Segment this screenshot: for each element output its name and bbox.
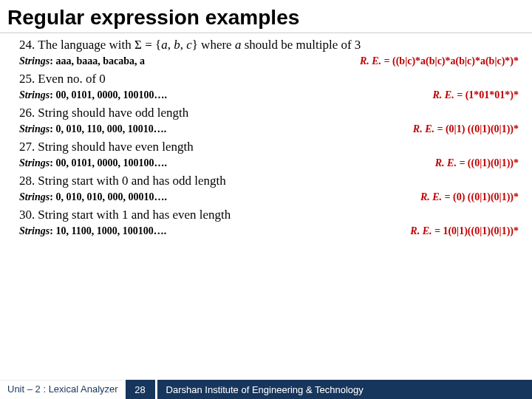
- strings-value: : aaa, baaa, bacaba, a: [50, 55, 145, 66]
- problem-statement: 26.String should have odd length: [19, 106, 519, 120]
- strings-cell: Strings: 00, 0101, 0000, 100100….: [19, 156, 167, 169]
- problem-statement: 28.String start with 0 and has odd lengt…: [19, 174, 519, 188]
- re-cell: R. E. = (1*01*01*)*: [433, 88, 519, 101]
- re-value: ((0|1)(0|1))*: [468, 157, 519, 168]
- re-cell: R. E. = 1(0|1)((0|1)(0|1))*: [410, 224, 519, 237]
- footer-org: Darshan Institute of Engineering & Techn…: [157, 380, 532, 399]
- footer-bar: Unit – 2 : Lexical Analyzer 28 Darshan I…: [0, 380, 532, 399]
- re-value: (0) ((0|1)(0|1))*: [453, 191, 519, 202]
- re-label: R. E. =: [435, 157, 468, 168]
- re-label: R. E. =: [410, 225, 443, 236]
- strings-label: Strings: [19, 55, 50, 66]
- re-cell: R. E. = (0) ((0|1)(0|1))*: [420, 190, 519, 203]
- example-row: Strings: 10, 1100, 1000, 100100….R. E. =…: [19, 224, 519, 237]
- strings-label: Strings: [19, 89, 50, 100]
- problem-statement: 24.The language with Σ = {a, b, c} where…: [19, 38, 519, 52]
- strings-cell: Strings: 00, 0101, 0000, 100100….: [19, 88, 167, 101]
- example-row: Strings: aaa, baaa, bacaba, aR. E. = ((b…: [19, 54, 519, 67]
- strings-label: Strings: [19, 225, 50, 236]
- problem-statement: 27.String should have even length: [19, 140, 519, 154]
- content-area: 24.The language with Σ = {a, b, c} where…: [0, 38, 532, 237]
- strings-value: : 00, 0101, 0000, 100100….: [50, 157, 167, 168]
- example-row: Strings: 0, 010, 110, 000, 10010….R. E. …: [19, 122, 519, 135]
- re-cell: R. E. = (0|1) ((0|1)(0|1))*: [413, 122, 519, 135]
- example-row: Strings: 0, 010, 010, 000, 00010….R. E. …: [19, 190, 519, 203]
- strings-cell: Strings: 0, 010, 110, 000, 10010….: [19, 122, 166, 135]
- strings-value: : 0, 010, 110, 000, 10010….: [50, 123, 166, 134]
- strings-cell: Strings: 0, 010, 010, 000, 00010….: [19, 190, 167, 203]
- footer-pagenum: 28: [126, 380, 155, 399]
- re-label: R. E. =: [413, 123, 446, 134]
- slide-title: Regular expression examples: [0, 0, 532, 33]
- example-row: Strings: 00, 0101, 0000, 100100….R. E. =…: [19, 156, 519, 169]
- problem-statement: 25.Even no. of 0: [19, 72, 519, 86]
- re-label: R. E. =: [420, 191, 453, 202]
- footer-unit: Unit – 2 : Lexical Analyzer: [0, 380, 126, 399]
- strings-label: Strings: [19, 191, 50, 202]
- re-value: (1*01*01*)*: [466, 89, 519, 100]
- re-cell: R. E. = ((0|1)(0|1))*: [435, 156, 519, 169]
- re-label: R. E. =: [433, 89, 466, 100]
- strings-cell: Strings: aaa, baaa, bacaba, a: [19, 54, 145, 67]
- strings-value: : 0, 010, 010, 000, 00010….: [50, 191, 167, 202]
- strings-value: : 00, 0101, 0000, 100100….: [50, 89, 167, 100]
- re-value: ((b|c)*a(b|c)*a(b|c)*a(b|c)*)*: [392, 55, 519, 66]
- strings-value: : 10, 1100, 1000, 100100….: [50, 225, 166, 236]
- re-value: (0|1) ((0|1)(0|1))*: [446, 123, 519, 134]
- strings-label: Strings: [19, 157, 50, 168]
- example-row: Strings: 00, 0101, 0000, 100100….R. E. =…: [19, 88, 519, 101]
- re-cell: R. E. = ((b|c)*a(b|c)*a(b|c)*a(b|c)*)*: [360, 54, 519, 67]
- re-value: 1(0|1)((0|1)(0|1))*: [443, 225, 519, 236]
- problem-statement: 30.String start with 1 and has even leng…: [19, 208, 519, 222]
- strings-cell: Strings: 10, 1100, 1000, 100100….: [19, 224, 166, 237]
- strings-label: Strings: [19, 123, 50, 134]
- re-label: R. E. =: [360, 55, 392, 66]
